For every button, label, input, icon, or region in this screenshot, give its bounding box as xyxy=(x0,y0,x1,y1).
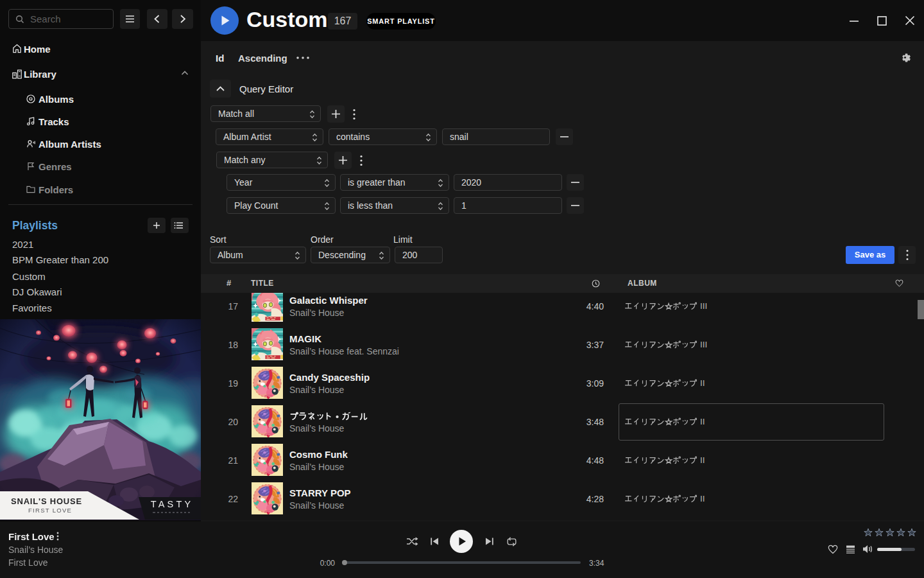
svg-text:FIRST LOVE: FIRST LOVE xyxy=(28,507,72,514)
svg-text:TASTY: TASTY xyxy=(151,499,194,509)
svg-text:SNAIL'S HOUSE: SNAIL'S HOUSE xyxy=(11,496,82,506)
